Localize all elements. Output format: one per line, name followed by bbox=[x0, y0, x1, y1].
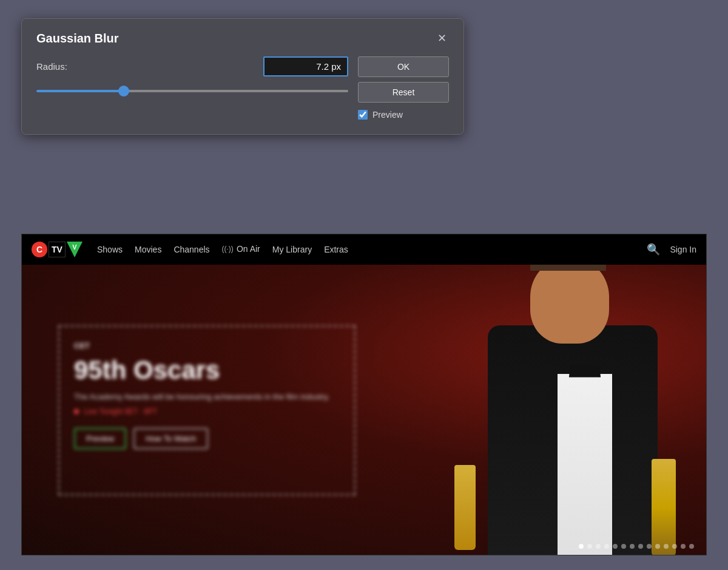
carousel-dot-4[interactable] bbox=[604, 544, 609, 549]
right-panel: OK Reset Preview bbox=[358, 56, 449, 120]
hero-buttons: Preview How To Watch bbox=[74, 428, 340, 449]
sign-in-button[interactable]: Sign In bbox=[670, 245, 696, 254]
how-to-watch-button[interactable]: How To Watch bbox=[133, 428, 208, 449]
nav-movies[interactable]: Movies bbox=[135, 245, 161, 254]
figure-head bbox=[530, 265, 609, 344]
dialog-title: Gaussian Blur bbox=[36, 32, 119, 46]
hero-image bbox=[342, 265, 706, 555]
carousel-dot-7[interactable] bbox=[630, 544, 635, 549]
carousel-dot-5[interactable] bbox=[613, 544, 618, 549]
nav-links: Shows Movies Channels ((·)) On Air My Li… bbox=[97, 244, 632, 255]
carousel-dot-11[interactable] bbox=[664, 544, 669, 549]
nav-channels[interactable]: Channels bbox=[174, 245, 209, 254]
preview-row: Preview bbox=[358, 110, 449, 120]
search-button[interactable]: 🔍 bbox=[647, 243, 660, 256]
live-dot-icon bbox=[74, 409, 79, 414]
carousel-dot-6[interactable] bbox=[621, 544, 626, 549]
carousel-dot-2[interactable] bbox=[587, 544, 592, 549]
nav-extras[interactable]: Extras bbox=[324, 245, 348, 254]
hero-description: The Academy Awards will be honouring ach… bbox=[74, 392, 340, 402]
oscar-statue-right bbox=[652, 459, 676, 555]
carousel-dot-13[interactable] bbox=[681, 544, 686, 549]
carousel-dot-12[interactable] bbox=[672, 544, 677, 549]
dialog-header: Gaussian Blur ✕ bbox=[36, 31, 449, 46]
carousel-dot-9[interactable] bbox=[647, 544, 652, 549]
nav-my-library[interactable]: My Library bbox=[272, 245, 312, 254]
hero-channel-badge: CET bbox=[74, 341, 340, 350]
nav-shows[interactable]: Shows bbox=[97, 245, 123, 254]
slider-thumb[interactable] bbox=[118, 86, 129, 97]
reset-button[interactable]: Reset bbox=[358, 82, 449, 103]
hero-content-box: CET 95th Oscars The Academy Awards will … bbox=[58, 325, 356, 495]
radius-row: Radius: bbox=[36, 56, 348, 76]
on-air-signal-icon: ((·)) bbox=[222, 245, 234, 253]
carousel-dot-14[interactable] bbox=[689, 544, 694, 549]
dialog-body: Radius: OK Reset Preview bbox=[36, 56, 449, 120]
nav-on-air[interactable]: ((·)) On Air bbox=[222, 244, 260, 254]
ok-button[interactable]: OK bbox=[358, 56, 449, 77]
slider-container[interactable] bbox=[36, 85, 348, 97]
figure-bowtie bbox=[569, 365, 601, 377]
figure-shirt bbox=[558, 374, 612, 555]
radius-label: Radius: bbox=[36, 61, 79, 72]
ctv-logo: C TV V bbox=[32, 242, 83, 257]
carousel-dot-10[interactable] bbox=[655, 544, 660, 549]
preview-checkbox[interactable] bbox=[358, 110, 368, 120]
oscar-statue-left bbox=[454, 465, 476, 550]
hero-title: 95th Oscars bbox=[74, 356, 340, 384]
logo-v-triangle: V bbox=[67, 242, 83, 257]
logo-tv: TV bbox=[49, 242, 66, 257]
hero-live-info: Live Tonight 8ET · 8PT bbox=[74, 407, 340, 416]
preview-button[interactable]: Preview bbox=[74, 428, 126, 449]
gaussian-blur-dialog: Gaussian Blur ✕ Radius: OK Reset Preview bbox=[21, 18, 464, 135]
left-panel: Radius: bbox=[36, 56, 348, 97]
nav-right: 🔍 Sign In bbox=[647, 243, 696, 256]
carousel-dot-3[interactable] bbox=[596, 544, 601, 549]
close-button[interactable]: ✕ bbox=[434, 31, 449, 46]
preview-label: Preview bbox=[372, 110, 403, 120]
carousel-dots bbox=[579, 544, 694, 549]
radius-input[interactable] bbox=[263, 56, 348, 76]
carousel-dot-1[interactable] bbox=[579, 544, 584, 549]
figure-hair bbox=[530, 265, 606, 271]
ctv-nav: C TV V Shows Movies Channels ((·)) On Ai… bbox=[22, 234, 706, 265]
slider-track bbox=[36, 90, 348, 92]
website-container: C TV V Shows Movies Channels ((·)) On Ai… bbox=[21, 234, 707, 555]
hero-section: CET 95th Oscars The Academy Awards will … bbox=[22, 265, 706, 555]
carousel-dot-8[interactable] bbox=[638, 544, 643, 549]
logo-c: C bbox=[32, 242, 47, 257]
